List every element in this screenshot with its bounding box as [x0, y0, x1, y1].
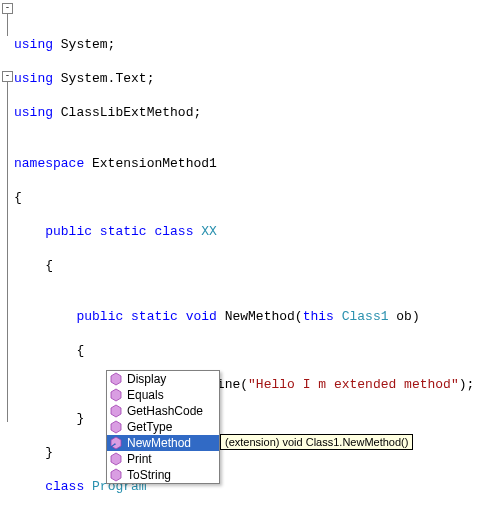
intellisense-item-tostring[interactable]: ToString — [107, 467, 219, 483]
intellisense-item-gettype[interactable]: GetType — [107, 419, 219, 435]
code-line: class Program — [14, 478, 502, 495]
code-line: Console.WriteLine("Hello I m extended me… — [14, 376, 502, 393]
fold-toggle[interactable]: - — [2, 3, 13, 14]
intellisense-item-equals[interactable]: Equals — [107, 387, 219, 403]
intellisense-item-label: Display — [127, 372, 166, 386]
intellisense-popup[interactable]: Display Equals GetHashCode GetType NewMe… — [106, 370, 220, 484]
intellisense-item-label: GetType — [127, 420, 172, 434]
intellisense-item-label: Equals — [127, 388, 164, 402]
intellisense-item-display[interactable]: Display — [107, 371, 219, 387]
method-icon — [109, 404, 123, 418]
intellisense-item-label: Print — [127, 452, 152, 466]
code-line: } — [14, 410, 502, 427]
fold-line — [7, 82, 8, 422]
code-line: { — [14, 342, 502, 359]
code-line: public static class XX — [14, 223, 502, 240]
extension-method-icon — [109, 436, 123, 450]
intellisense-tooltip: (extension) void Class1.NewMethod() — [220, 434, 413, 450]
method-icon — [109, 420, 123, 434]
intellisense-item-print[interactable]: Print — [107, 451, 219, 467]
intellisense-item-gethashcode[interactable]: GetHashCode — [107, 403, 219, 419]
intellisense-item-label: GetHashCode — [127, 404, 203, 418]
fold-line — [7, 14, 8, 36]
code-line: { — [14, 189, 502, 206]
code-line: using System.Text; — [14, 70, 502, 87]
outline-gutter: - - — [0, 0, 12, 505]
method-icon — [109, 388, 123, 402]
code-line: using ClassLibExtMethod; — [14, 104, 502, 121]
method-icon — [109, 452, 123, 466]
intellisense-item-label: ToString — [127, 468, 171, 482]
intellisense-item-newmethod[interactable]: NewMethod — [107, 435, 219, 451]
code-line: { — [14, 257, 502, 274]
method-icon — [109, 468, 123, 482]
fold-toggle[interactable]: - — [2, 71, 13, 82]
code-line: using System; — [14, 36, 502, 53]
code-editor[interactable]: - - using System; using System.Text; usi… — [0, 0, 502, 505]
method-icon — [109, 372, 123, 386]
code-line: public static void NewMethod(this Class1… — [14, 308, 502, 325]
intellisense-item-label: NewMethod — [127, 436, 191, 450]
code-line: namespace ExtensionMethod1 — [14, 155, 502, 172]
